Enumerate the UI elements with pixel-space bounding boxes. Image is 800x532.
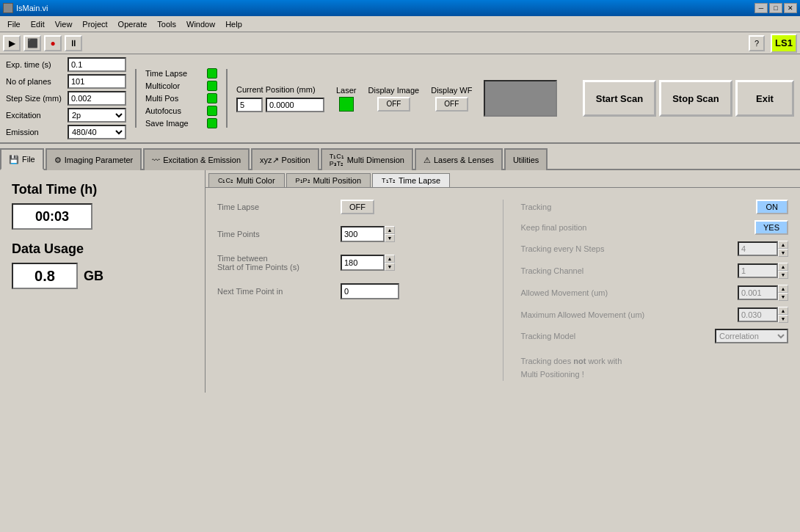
maximize-button[interactable]: □ [769, 3, 782, 13]
inner-tab-timelapse[interactable]: T₁T₂ Time Lapse [372, 173, 450, 187]
laser-led [339, 97, 354, 112]
display-wf-button[interactable]: OFF [435, 97, 468, 112]
no-planes-input[interactable] [68, 74, 126, 89]
model-select[interactable]: Correlation [715, 329, 788, 343]
app-icon [3, 3, 13, 13]
display-image-label: Display Image [368, 86, 420, 95]
keep-final-row: Keep final position YES [521, 220, 789, 235]
data-usage-label: Data Usage [12, 241, 193, 257]
max-allowed-input[interactable] [738, 307, 778, 322]
excitation-tab-icon: 〰 [152, 156, 160, 164]
time-between-spinner: ▲ ▼ [341, 255, 395, 271]
toolbar: ▶ ⬛ ● ⏸ ? LS1 [0, 32, 800, 54]
channel-spinner-btns: ▲ ▼ [778, 263, 788, 279]
imaging-tab-icon: ⚙ [54, 156, 62, 165]
tab-excitation[interactable]: 〰 Excitation & Emission [143, 148, 250, 170]
position-num-input[interactable] [236, 98, 263, 112]
menu-view[interactable]: View [51, 18, 77, 30]
channel-down[interactable]: ▼ [778, 271, 788, 279]
menu-project[interactable]: Project [78, 18, 112, 30]
keep-final-button[interactable]: YES [754, 220, 788, 235]
allowed-up[interactable]: ▲ [778, 285, 788, 293]
time-points-spinner: ▲ ▼ [341, 226, 395, 242]
step-size-input[interactable] [68, 91, 126, 106]
display-image-button[interactable]: OFF [377, 97, 410, 112]
tab-position-label: Position [282, 156, 310, 164]
every-n-label: Tracking every N Steps [521, 244, 668, 253]
record-button[interactable]: ● [44, 35, 62, 51]
tracking-on-button[interactable]: ON [756, 200, 789, 214]
allowed-movement-input[interactable] [738, 285, 778, 300]
time-points-up[interactable]: ▲ [385, 226, 395, 234]
tl-time-lapse-row: Time Lapse OFF [217, 200, 485, 214]
tab-imaging[interactable]: ⚙ Imaging Parameter [46, 148, 142, 170]
position-group: Current Position (mm) [236, 85, 324, 112]
position-val-input[interactable] [266, 98, 324, 112]
pause-button[interactable]: ⏸ [65, 35, 82, 51]
emission-select[interactable]: 480/40 [68, 125, 126, 139]
multipos-row: Multi Pos [145, 93, 217, 103]
time-between-down[interactable]: ▼ [385, 263, 395, 271]
menu-file[interactable]: File [3, 18, 25, 30]
stop-scan-button[interactable]: Stop Scan [659, 80, 732, 117]
every-n-down[interactable]: ▼ [778, 249, 788, 257]
max-up[interactable]: ▲ [778, 307, 788, 315]
tab-lasers[interactable]: ⚠ Lasers & Lenses [415, 148, 503, 170]
title-bar-buttons[interactable]: ─ □ ✕ [754, 3, 797, 13]
title-bar: IsMain.vi ─ □ ✕ [0, 0, 800, 16]
channel-spinner: ▲ ▼ [738, 263, 788, 279]
channel-up[interactable]: ▲ [778, 263, 788, 271]
time-points-input[interactable] [341, 226, 385, 242]
left-panel: Total Time (h) 00:03 Data Usage 0.8 GB [0, 170, 206, 393]
multidim-tab-icon: T₁C₁P₃T₂ [330, 153, 344, 167]
time-lapse-toggle[interactable]: OFF [341, 200, 374, 214]
max-down[interactable]: ▼ [778, 315, 788, 323]
tab-position[interactable]: xyz↗ Position [251, 148, 319, 170]
data-usage-display: 0.8 [12, 263, 78, 289]
time-between-spinner-btns: ▲ ▼ [385, 255, 395, 271]
menu-edit[interactable]: Edit [26, 18, 49, 30]
laser-group: Laser [336, 86, 357, 112]
next-time-point-input[interactable] [341, 283, 399, 299]
step-size-label: Step Size (mm) [6, 94, 65, 103]
time-between-up[interactable]: ▲ [385, 255, 395, 263]
inner-tab-multicolor[interactable]: C₁C₂ Multi Color [208, 173, 285, 187]
inner-tab-multicolor-label: Multi Color [236, 176, 275, 185]
allowed-down[interactable]: ▼ [778, 293, 788, 301]
saveimage-led-label: Save Image [145, 119, 204, 128]
excitation-select[interactable]: 2p [68, 108, 126, 123]
help-button[interactable]: ? [749, 35, 765, 51]
menu-bar: File Edit View Project Operate Tools Win… [0, 16, 800, 32]
panel-area: Total Time (h) 00:03 Data Usage 0.8 GB C… [0, 170, 800, 393]
inner-tab-timelapse-label: Time Lapse [399, 176, 440, 185]
every-n-input[interactable] [738, 241, 778, 256]
time-points-down[interactable]: ▼ [385, 234, 395, 242]
tab-utilities[interactable]: Utilities [504, 148, 548, 170]
run-button[interactable]: ▶ [3, 35, 21, 51]
multipos-led-label: Multi Pos [145, 94, 204, 103]
channel-input[interactable] [738, 263, 778, 278]
exit-button[interactable]: Exit [735, 80, 794, 117]
time-between-input[interactable] [341, 255, 385, 271]
no-planes-label: No of planes [6, 77, 65, 86]
tab-file[interactable]: 💾 File [0, 148, 44, 170]
tl-next-time-label: Next Time Point in [217, 287, 335, 296]
right-panel: C₁C₂ Multi Color P₁P₂ Multi Position T₁T… [206, 170, 800, 393]
menu-window[interactable]: Window [182, 18, 219, 30]
menu-tools[interactable]: Tools [153, 18, 181, 30]
inner-tab-multiposition[interactable]: P₁P₂ Multi Position [286, 173, 371, 187]
data-usage-row: 0.8 GB [12, 263, 193, 289]
menu-operate[interactable]: Operate [114, 18, 152, 30]
start-scan-button[interactable]: Start Scan [583, 80, 656, 117]
minimize-button[interactable]: ─ [754, 3, 768, 13]
every-n-up[interactable]: ▲ [778, 241, 788, 249]
model-row: Tracking Model Correlation [521, 329, 789, 343]
menu-help[interactable]: Help [221, 18, 247, 30]
tab-multidim[interactable]: T₁C₁P₃T₂ Multi Dimension [321, 148, 413, 170]
max-allowed-row: Maximum Allowed Movement (um) ▲ ▼ [521, 307, 789, 323]
close-button[interactable]: ✕ [784, 3, 797, 13]
multicolor-led [207, 81, 217, 91]
exp-time-input[interactable] [68, 57, 126, 72]
stop-button[interactable]: ⬛ [23, 35, 41, 51]
position-values [236, 98, 324, 112]
